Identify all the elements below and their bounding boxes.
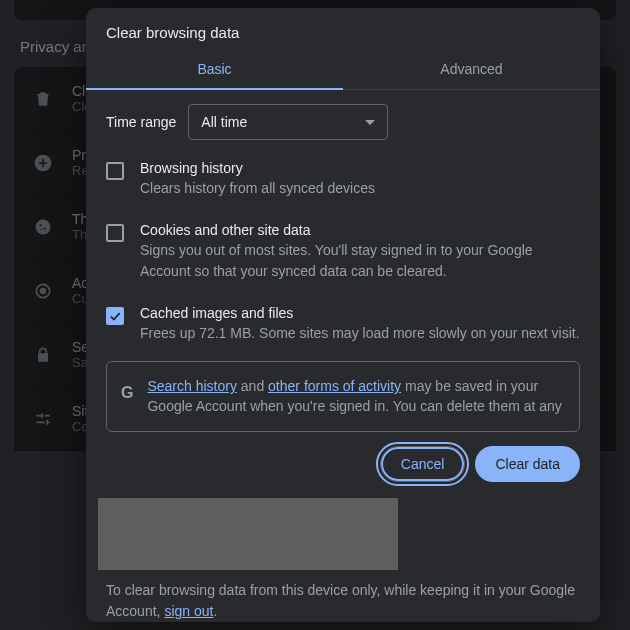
target-icon (32, 280, 54, 302)
option-desc: Frees up 72.1 MB. Some sites may load mo… (140, 323, 580, 343)
checkbox-cookies[interactable] (106, 224, 124, 242)
tab-advanced[interactable]: Advanced (343, 51, 600, 89)
google-account-info: G Search history and other forms of acti… (106, 361, 580, 432)
dialog-body-scroll[interactable]: Time range All time Browsing history Cle… (86, 90, 600, 434)
time-range-select[interactable]: All time (188, 104, 388, 140)
option-cookies: Cookies and other site data Signs you ou… (106, 214, 580, 297)
svg-point-3 (41, 228, 43, 230)
google-icon: G (121, 382, 133, 404)
link-sign-out[interactable]: sign out (164, 603, 213, 619)
svg-point-1 (39, 224, 41, 226)
clear-data-button[interactable]: Clear data (475, 446, 580, 482)
option-cache: Cached images and files Frees up 72.1 MB… (106, 297, 580, 359)
option-title: Browsing history (140, 160, 375, 176)
dialog-buttons: Cancel Clear data (86, 434, 600, 488)
placeholder-block (98, 498, 398, 570)
cookie-icon (32, 216, 54, 238)
lock-icon (32, 344, 54, 366)
cancel-button[interactable]: Cancel (380, 446, 466, 482)
tab-basic[interactable]: Basic (86, 51, 343, 89)
link-other-activity[interactable]: other forms of activity (268, 378, 401, 394)
check-icon (108, 309, 122, 323)
option-desc: Clears history from all synced devices (140, 178, 375, 198)
time-range-label: Time range (106, 114, 176, 130)
dialog-tabs: Basic Advanced (86, 51, 600, 90)
trash-icon (32, 88, 54, 110)
option-title: Cached images and files (140, 305, 580, 321)
svg-point-2 (44, 227, 46, 229)
link-search-history[interactable]: Search history (147, 378, 236, 394)
plus-circle-icon (32, 152, 54, 174)
checkbox-cache[interactable] (106, 307, 124, 325)
option-browsing-history: Browsing history Clears history from all… (106, 152, 580, 214)
time-range-value: All time (201, 114, 247, 130)
dialog-title: Clear browsing data (86, 8, 600, 51)
info-text: Search history and other forms of activi… (147, 376, 565, 417)
footer-note: To clear browsing data from this device … (106, 570, 580, 622)
option-desc: Signs you out of most sites. You'll stay… (140, 240, 580, 281)
option-title: Cookies and other site data (140, 222, 580, 238)
chevron-down-icon (365, 120, 375, 125)
checkbox-browsing-history[interactable] (106, 162, 124, 180)
clear-browsing-data-dialog: Clear browsing data Basic Advanced Time … (86, 8, 600, 622)
sliders-icon (32, 408, 54, 430)
svg-point-0 (36, 219, 51, 234)
